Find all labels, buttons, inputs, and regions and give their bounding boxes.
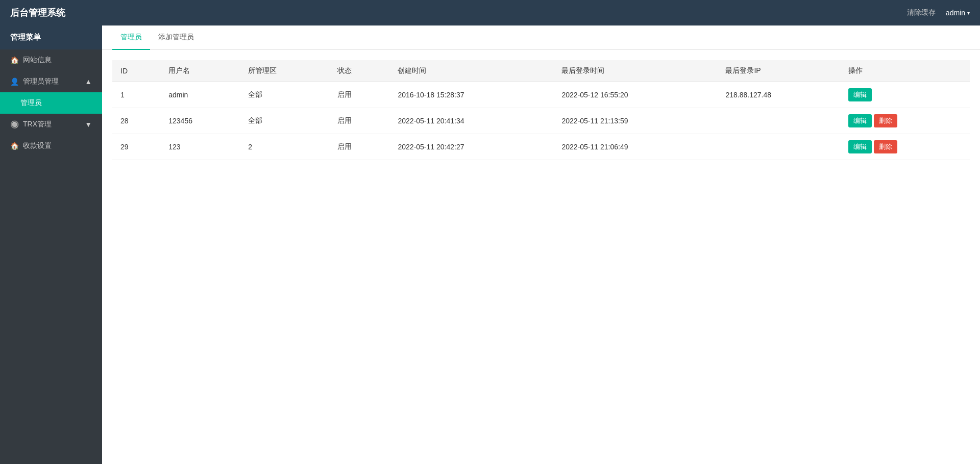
trx-icon: 🔘 — [10, 120, 19, 128]
cell-4: 2022-05-11 20:41:34 — [389, 108, 553, 134]
tab-bar: 管理员 添加管理员 — [102, 25, 980, 50]
cell-2: 2 — [240, 134, 329, 160]
cell-actions: 编辑 — [840, 82, 970, 108]
app-title: 后台管理系统 — [10, 7, 65, 19]
username-label: admin — [946, 9, 965, 17]
col-id: ID — [112, 60, 160, 82]
cell-3: 启用 — [329, 108, 390, 134]
delete-button[interactable]: 删除 — [874, 114, 897, 127]
payment-icon: 🏠 — [10, 142, 19, 150]
table-row: 291232启用2022-05-11 20:42:272022-05-11 21… — [112, 134, 970, 160]
cell-5: 2022-05-11 21:06:49 — [553, 134, 717, 160]
cell-5: 2022-05-11 21:13:59 — [553, 108, 717, 134]
col-created-at: 创建时间 — [389, 60, 553, 82]
table-row: 1admin全部启用2016-10-18 15:28:372022-05-12 … — [112, 82, 970, 108]
tab-admin[interactable]: 管理员 — [112, 25, 150, 50]
col-actions: 操作 — [840, 60, 970, 82]
tab-add-admin[interactable]: 添加管理员 — [150, 25, 202, 50]
sidebar-item-label: 管理员管理 — [23, 77, 59, 86]
edit-button[interactable]: 编辑 — [848, 114, 872, 127]
cell-actions: 编辑删除 — [840, 134, 970, 160]
cell-0: 28 — [112, 108, 160, 134]
cell-6 — [717, 134, 840, 160]
cell-2: 全部 — [240, 82, 329, 108]
chevron-down-icon: ▼ — [85, 120, 92, 128]
sidebar-submenu-admin: 管理员 — [0, 92, 102, 114]
table-row: 28123456全部启用2022-05-11 20:41:342022-05-1… — [112, 108, 970, 134]
col-last-ip: 最后登录IP — [717, 60, 840, 82]
edit-button[interactable]: 编辑 — [848, 88, 872, 101]
cell-4: 2016-10-18 15:28:37 — [389, 82, 553, 108]
home-icon: 🏠 — [10, 56, 19, 64]
cell-1: admin — [160, 82, 240, 108]
cell-4: 2022-05-11 20:42:27 — [389, 134, 553, 160]
sidebar: 管理菜单 🏠 网站信息 👤 管理员管理 ▲ 管理员 🔘 TRX管理 — [0, 25, 102, 464]
sidebar-item-payment-settings[interactable]: 🏠 收款设置 — [0, 135, 102, 157]
cell-1: 123 — [160, 134, 240, 160]
admin-table: ID 用户名 所管理区 状态 创建时间 最后登录时间 最后登录IP 操作 1ad… — [112, 60, 970, 160]
col-managed-area: 所管理区 — [240, 60, 329, 82]
table-header-row: ID 用户名 所管理区 状态 创建时间 最后登录时间 最后登录IP 操作 — [112, 60, 970, 82]
header: 后台管理系统 清除缓存 admin ▾ — [0, 0, 980, 25]
header-right: 清除缓存 admin ▾ — [907, 8, 970, 17]
sidebar-item-label: TRX管理 — [23, 120, 52, 129]
sidebar-item-label: 网站信息 — [23, 56, 52, 65]
cell-3: 启用 — [329, 82, 390, 108]
cell-5: 2022-05-12 16:55:20 — [553, 82, 717, 108]
cell-actions: 编辑删除 — [840, 108, 970, 134]
cell-6: 218.88.127.48 — [717, 82, 840, 108]
sidebar-item-admin-management[interactable]: 👤 管理员管理 ▲ — [0, 71, 102, 92]
col-username: 用户名 — [160, 60, 240, 82]
edit-button[interactable]: 编辑 — [848, 140, 872, 153]
clear-cache-button[interactable]: 清除缓存 — [907, 8, 936, 17]
user-icon: 👤 — [10, 78, 19, 86]
cell-6 — [717, 108, 840, 134]
sidebar-item-website-info[interactable]: 🏠 网站信息 — [0, 49, 102, 71]
table-container: ID 用户名 所管理区 状态 创建时间 最后登录时间 最后登录IP 操作 1ad… — [102, 50, 980, 170]
cell-0: 1 — [112, 82, 160, 108]
cell-1: 123456 — [160, 108, 240, 134]
sidebar-item-label: 管理员 — [20, 98, 42, 108]
layout: 管理菜单 🏠 网站信息 👤 管理员管理 ▲ 管理员 🔘 TRX管理 — [0, 25, 980, 464]
chevron-down-icon: ▾ — [967, 10, 970, 16]
sidebar-item-label: 收款设置 — [23, 141, 52, 150]
main-content: 管理员 添加管理员 ID 用户名 所管理区 状态 创建时间 最后登录时间 最后登… — [102, 25, 980, 464]
cell-2: 全部 — [240, 108, 329, 134]
col-status: 状态 — [329, 60, 390, 82]
cell-0: 29 — [112, 134, 160, 160]
col-last-login: 最后登录时间 — [553, 60, 717, 82]
delete-button[interactable]: 删除 — [874, 140, 897, 153]
cell-3: 启用 — [329, 134, 390, 160]
sidebar-item-trx-management[interactable]: 🔘 TRX管理 ▼ — [0, 114, 102, 135]
sidebar-item-admin-list[interactable]: 管理员 — [0, 92, 102, 114]
sidebar-menu-label: 管理菜单 — [0, 25, 102, 49]
chevron-up-icon: ▲ — [85, 78, 92, 86]
user-menu[interactable]: admin ▾ — [946, 9, 970, 17]
